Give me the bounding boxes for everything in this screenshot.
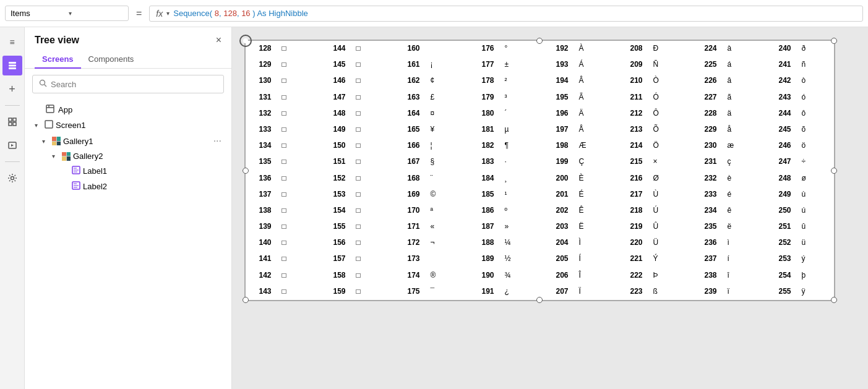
table-cell-num: 251: [759, 219, 796, 235]
tree-item-label2[interactable]: Label2: [25, 179, 231, 194]
table-cell-num: 139: [246, 219, 277, 235]
tree-item-screen1[interactable]: ▾ Screen1: [25, 118, 231, 133]
tree-item-label1[interactable]: Label1: [25, 163, 231, 179]
table-cell-num: 141: [246, 251, 277, 267]
table-cell-char: ½: [499, 251, 536, 267]
table-cell-num: 176: [462, 41, 499, 57]
hamburger-menu-icon[interactable]: ≡: [2, 32, 22, 52]
tab-screens[interactable]: Screens: [35, 51, 81, 69]
table-cell-num: 217: [611, 186, 648, 202]
svg-line-10: [45, 85, 47, 87]
add-icon[interactable]: +: [2, 79, 22, 99]
table-cell-num: 215: [611, 154, 648, 170]
table-cell-num: 222: [611, 267, 648, 283]
table-cell-num: 253: [759, 251, 796, 267]
table-cell-num: 153: [314, 186, 351, 202]
gallery1-toggle[interactable]: ▾: [42, 138, 49, 145]
table-cell-num: 140: [246, 235, 277, 251]
table-cell-num: 194: [536, 73, 574, 89]
table-cell-char: □: [277, 235, 314, 251]
table-cell-num: 161: [388, 57, 425, 73]
gallery1-more-button[interactable]: ···: [213, 135, 221, 147]
table-cell-char: ò: [796, 73, 833, 89]
handle-bot-mid[interactable]: [536, 297, 543, 303]
table-cell-char: Ñ: [648, 57, 685, 73]
table-cell-char: □: [277, 267, 314, 283]
table-cell-char: î: [722, 267, 759, 283]
table-widget[interactable]: 128□144□160176°192À208Ð224à240ð129□145□1…: [244, 40, 835, 301]
tree-item-gallery1[interactable]: ▾ Gallery1 ···: [25, 133, 231, 149]
tree-close-button[interactable]: ×: [216, 35, 221, 46]
table-cell-char: á: [722, 57, 759, 73]
table-cell-char: □: [277, 154, 314, 170]
tree-item-app[interactable]: App: [25, 102, 231, 118]
table-cell-num: 150: [314, 138, 351, 154]
label1-label: Label1: [83, 166, 221, 176]
table-cell-char: ±: [499, 57, 536, 73]
label2-icon: [72, 181, 80, 192]
table-cell-num: 203: [536, 219, 574, 235]
formula-bar[interactable]: fx ▾ Sequence( 8, 128, 16 ) As HighNibbl…: [149, 6, 863, 22]
table-cell-num: 193: [536, 57, 574, 73]
table-cell-char: □: [351, 73, 388, 89]
label2-label: Label2: [83, 182, 221, 191]
table-cell-num: 189: [462, 251, 499, 267]
table-cell-char: à: [722, 41, 759, 57]
table-cell-char: Ã: [574, 89, 611, 105]
table-cell-num: 228: [685, 105, 722, 121]
table-cell-char: ·: [499, 154, 536, 170]
table-cell-num: 163: [388, 89, 425, 105]
handle-top-right[interactable]: [831, 38, 837, 44]
table-cell-char: □: [351, 41, 388, 57]
table-cell-char: Î: [574, 267, 611, 283]
table-cell-num: 255: [759, 283, 796, 299]
table-cell-char: Û: [648, 219, 685, 235]
table-cell-char: ²: [499, 73, 536, 89]
handle-mid-left[interactable]: [243, 168, 249, 174]
handle-bot-right[interactable]: [831, 297, 837, 303]
table-cell-char: ¦: [425, 138, 462, 154]
tab-components[interactable]: Components: [81, 51, 142, 69]
search-input[interactable]: [51, 80, 217, 89]
table-cell-num: 158: [314, 267, 351, 283]
table-cell-num: 151: [314, 154, 351, 170]
table-cell-char: ¿: [499, 283, 536, 299]
table-cell-num: 162: [388, 73, 425, 89]
screen1-toggle[interactable]: ▾: [35, 122, 42, 129]
table-cell-char: Ç: [574, 154, 611, 170]
gallery2-toggle[interactable]: ▾: [52, 153, 59, 160]
media-icon[interactable]: [2, 135, 22, 155]
handle-bot-left[interactable]: [243, 297, 249, 303]
search-box[interactable]: [32, 75, 224, 93]
settings-icon[interactable]: [2, 168, 22, 188]
table-cell-num: 244: [759, 105, 796, 121]
table-cell-char: ®: [425, 267, 462, 283]
canvas-area: 128□144□160176°192À208Ð224à240ð129□145□1…: [232, 27, 868, 389]
table-cell-num: 201: [536, 186, 574, 202]
table-cell-num: 213: [611, 121, 648, 137]
table-cell-num: 174: [388, 267, 425, 283]
svg-rect-0: [9, 62, 16, 64]
table-cell-char: □: [351, 170, 388, 186]
table-cell-num: 224: [685, 41, 722, 57]
table-cell-char: Ö: [648, 138, 685, 154]
table-cell-num: 245: [759, 121, 796, 137]
table-cell-char: °: [499, 41, 536, 57]
table-cell-char: Ë: [574, 219, 611, 235]
table-cell-char: □: [277, 202, 314, 218]
handle-top-left[interactable]: [239, 35, 252, 47]
component-icon[interactable]: [2, 112, 22, 132]
table-cell-char: Å: [574, 121, 611, 137]
layers-icon[interactable]: [2, 56, 22, 75]
table-cell-char: □: [277, 186, 314, 202]
tree-item-gallery2[interactable]: ▾ Gallery2: [25, 149, 231, 163]
items-dropdown[interactable]: Items ▾: [5, 6, 129, 21]
screen1-label: Screen1: [56, 121, 221, 130]
table-cell-char: ¸: [499, 170, 536, 186]
table-cell-num: 227: [685, 89, 722, 105]
table-cell-char: ´: [499, 105, 536, 121]
gallery2-label: Gallery2: [73, 152, 221, 161]
handle-mid-right[interactable]: [831, 168, 837, 174]
table-cell-num: 229: [685, 121, 722, 137]
table-cell-char: ç: [722, 154, 759, 170]
